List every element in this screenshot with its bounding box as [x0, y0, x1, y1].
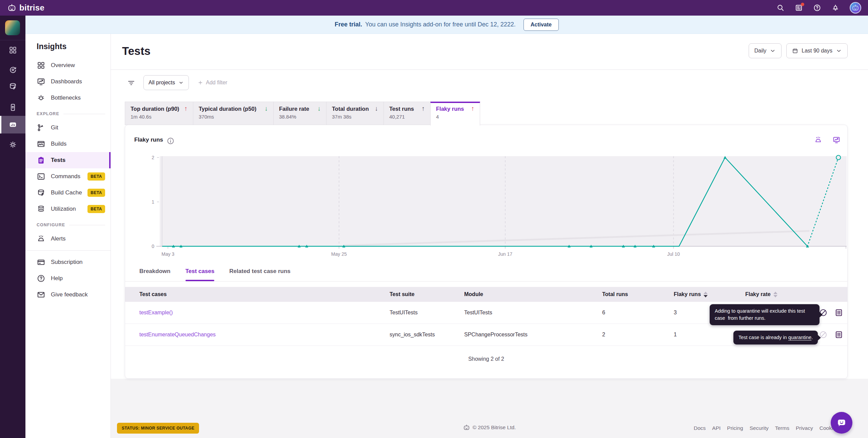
- tooltip-text: .: [811, 335, 813, 340]
- metric-value: 37m 38s: [332, 114, 378, 120]
- granularity-dropdown[interactable]: Daily: [749, 43, 782, 58]
- rail-insights-icon[interactable]: [0, 116, 25, 133]
- footer-link-privacy[interactable]: Privacy: [796, 425, 813, 431]
- rail-build-cache-icon[interactable]: [0, 78, 25, 95]
- bitrise-logo[interactable]: bitrise: [0, 3, 44, 13]
- rail-deploy-icon[interactable]: [0, 99, 25, 116]
- whats-new-icon[interactable]: [795, 4, 803, 12]
- metric-tab-top-duration-p90-[interactable]: Top duration (p90)↑1m 40.6s: [125, 102, 193, 125]
- tooltip-text: Test case is already in: [738, 335, 788, 340]
- avatar-robot-icon: [852, 4, 859, 12]
- rail-release-icon[interactable]: [0, 61, 25, 79]
- sidebar-item-build-cache[interactable]: Build CacheBETA: [25, 185, 111, 201]
- page-title: Tests: [122, 45, 151, 58]
- add-to-dashboard-icon[interactable]: [832, 136, 841, 144]
- sidebar-item-label: Utilization: [51, 206, 76, 212]
- quarantine-link[interactable]: quarantine: [788, 335, 812, 340]
- column-header-test-cases: Test cases: [139, 291, 390, 297]
- beta-badge: BETA: [87, 205, 105, 213]
- insights-sidebar: Insights OverviewDashboardsBottlenecksEX…: [25, 34, 111, 438]
- project-selector-dropdown[interactable]: All projects: [143, 75, 189, 90]
- sidebar-item-bottlenecks[interactable]: Bottlenecks: [25, 90, 111, 106]
- quarantine-done-tooltip: Test case is already in quarantine.: [733, 331, 818, 345]
- metric-tab-test-runs[interactable]: Test runs↑40,271: [383, 102, 431, 125]
- sidebar-item-label: Give feedback: [51, 291, 88, 298]
- sidebar-item-alerts[interactable]: Alerts: [25, 231, 111, 247]
- metric-tab-typical-duration-p50-[interactable]: Typical duration (p50)↓370ms: [193, 102, 274, 125]
- metric-tab-flaky-runs[interactable]: Flaky runs↑4: [430, 102, 480, 126]
- sidebar-title: Insights: [25, 34, 111, 57]
- test-case-link[interactable]: testEnumerateQueuedChanges: [139, 332, 390, 338]
- sidebar-item-git[interactable]: Git: [25, 120, 111, 136]
- sort-icon[interactable]: [773, 292, 777, 297]
- tab-test-cases[interactable]: Test cases: [185, 265, 215, 281]
- date-range-value: Last 90 days: [802, 48, 832, 54]
- footer-link-docs[interactable]: Docs: [694, 425, 706, 431]
- metric-value: 38.84%: [279, 114, 321, 120]
- beta-badge: BETA: [87, 172, 105, 181]
- tab-related-test-case-runs[interactable]: Related test case runs: [229, 265, 290, 281]
- copyright-text: © 2025 Bitrise Ltd.: [473, 424, 516, 431]
- rail-settings-gear-icon[interactable]: [0, 136, 25, 153]
- footer-link-security[interactable]: Security: [750, 425, 769, 431]
- test-suite-cell: TestUITests: [390, 310, 464, 316]
- metric-tab-failure-rate[interactable]: Failure rate↓38.84%: [273, 102, 327, 125]
- sort-icon[interactable]: [704, 292, 708, 297]
- chat-bubble-button[interactable]: [831, 412, 852, 434]
- search-icon[interactable]: [776, 4, 785, 12]
- info-icon[interactable]: [166, 137, 173, 143]
- sidebar-item-dashboards[interactable]: Dashboards: [25, 74, 111, 90]
- metric-tab-total-duration[interactable]: Total duration↓37m 38s: [326, 102, 384, 125]
- sidebar-item-label: Tests: [51, 157, 65, 164]
- workspace-avatar[interactable]: [5, 20, 20, 35]
- header-divider: [111, 69, 868, 70]
- sidebar-item-label: Git: [51, 124, 58, 131]
- chevron-down-icon: [770, 48, 776, 54]
- svg-text:2: 2: [152, 155, 154, 160]
- sidebar-item-utilization[interactable]: UtilizationBETA: [25, 201, 111, 217]
- footer-link-api[interactable]: API: [712, 425, 721, 431]
- footer-link-terms[interactable]: Terms: [775, 425, 789, 431]
- sidebar-item-help[interactable]: Help: [25, 270, 111, 287]
- metric-label: Total duration: [332, 106, 369, 112]
- add-filter-button[interactable]: Add filter: [198, 80, 227, 86]
- date-range-dropdown[interactable]: Last 90 days: [786, 43, 848, 58]
- details-icon[interactable]: [834, 308, 843, 317]
- sidebar-item-commands[interactable]: CommandsBETA: [25, 168, 111, 185]
- sidebar-item-subscription[interactable]: Subscription: [25, 254, 111, 270]
- footer-link-pricing[interactable]: Pricing: [727, 425, 743, 431]
- details-icon[interactable]: [834, 330, 843, 339]
- sidebar-section-configure: CONFIGURE: [25, 217, 111, 231]
- create-alert-icon[interactable]: [814, 136, 822, 144]
- module-cell: TestUITests: [464, 310, 602, 316]
- sidebar-item-tests[interactable]: Tests: [25, 152, 111, 168]
- trend-up-icon: ↑: [471, 105, 475, 112]
- test-case-link[interactable]: testExample(): [139, 310, 390, 316]
- tab-breakdown[interactable]: Breakdown: [139, 265, 171, 281]
- chevron-down-icon: [178, 80, 184, 85]
- sidebar-item-builds[interactable]: Builds: [25, 136, 111, 152]
- sidebar-item-label: Dashboards: [51, 78, 82, 85]
- rail-apps-icon[interactable]: [0, 41, 25, 59]
- flaky-runs-chart: 012May 3May 25Jun 17Jul 10: [125, 155, 848, 262]
- column-header-flaky-rate[interactable]: Flaky rate: [745, 291, 811, 297]
- feedback-icon: [37, 290, 45, 299]
- user-avatar[interactable]: [850, 2, 861, 14]
- help-icon[interactable]: [813, 4, 821, 12]
- notifications-bell-icon[interactable]: [831, 4, 840, 12]
- brand-name: bitrise: [19, 3, 44, 13]
- svg-text:0: 0: [152, 244, 154, 249]
- sidebar-item-overview[interactable]: Overview: [25, 57, 111, 74]
- subscription-icon: [37, 258, 45, 267]
- metric-value: 4: [436, 114, 474, 120]
- trend-up-icon: ↑: [184, 105, 188, 112]
- sidebar-item-give-feedback[interactable]: Give feedback: [25, 287, 111, 303]
- bitrise-robot-icon: [7, 3, 16, 12]
- metric-tabs: Top duration (p90)↑1m 40.6sTypical durat…: [125, 102, 480, 125]
- alerts-icon: [37, 234, 45, 243]
- main-content: Tests Daily Last 90 days All projects Ad…: [111, 34, 868, 438]
- chart-title: Flaky runs: [134, 137, 163, 143]
- column-header-flaky-runs[interactable]: Flaky runs: [674, 291, 745, 297]
- total-runs-cell: 2: [602, 332, 674, 338]
- activate-button[interactable]: Activate: [524, 19, 559, 31]
